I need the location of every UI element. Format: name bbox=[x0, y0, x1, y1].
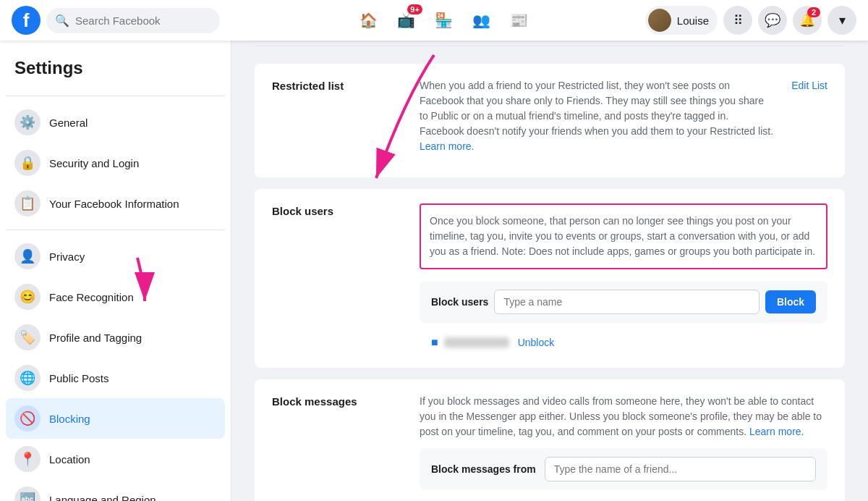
apps-btn[interactable]: ⠿ bbox=[723, 6, 752, 35]
block-users-row: Block users Once you block someone, that… bbox=[255, 189, 845, 368]
user-profile-pill[interactable]: Louise bbox=[645, 6, 718, 35]
block-user-button[interactable]: Block bbox=[765, 290, 816, 313]
block-messages-label: Block messages bbox=[272, 394, 402, 501]
settings-sidebar: Settings ⚙️ General 🔒 Security and Login… bbox=[0, 41, 231, 501]
block-messages-input[interactable] bbox=[545, 457, 816, 481]
block-users-content: Once you block someone, that person can … bbox=[420, 203, 827, 353]
sidebar-item-security[interactable]: 🔒 Security and Login bbox=[6, 143, 225, 183]
sidebar-divider-1 bbox=[6, 230, 225, 230]
sidebar-item-location[interactable]: 📍 Location bbox=[6, 439, 225, 479]
block-messages-desc: If you block messages and video calls fr… bbox=[420, 394, 827, 439]
sidebar-item-profile-tagging[interactable]: 🏷️ Profile and Tagging bbox=[6, 317, 225, 358]
notif-badge: 2 bbox=[807, 7, 820, 17]
block-users-input-row: Block users Block bbox=[420, 281, 827, 323]
restricted-list-section: Restricted list When you add a friend to… bbox=[255, 64, 845, 177]
sidebar-item-general[interactable]: ⚙️ General bbox=[6, 102, 225, 143]
home-nav-btn[interactable]: 🏠 bbox=[352, 3, 386, 38]
face-recognition-icon: 😊 bbox=[14, 284, 41, 310]
user-name: Louise bbox=[677, 14, 709, 27]
sidebar-label-public-posts: Public Posts bbox=[49, 372, 109, 384]
sidebar-item-privacy[interactable]: 👤 Privacy bbox=[6, 236, 225, 277]
block-messages-row: Block messages If you block messages and… bbox=[255, 379, 845, 501]
restricted-list-desc: When you add a friend to your Restricted… bbox=[420, 78, 774, 154]
unblock-link-1[interactable]: Unblock bbox=[518, 337, 555, 348]
block-messages-input-label: Block messages from bbox=[431, 463, 536, 475]
block-messages-section: Block messages If you block messages and… bbox=[255, 379, 845, 501]
search-input[interactable] bbox=[75, 14, 211, 27]
main-content: Manage Blocking Restricted list When you… bbox=[231, 0, 868, 501]
sidebar-label-profile-tagging: Profile and Tagging bbox=[49, 332, 142, 344]
sidebar-label-general: General bbox=[49, 117, 88, 129]
block-users-label: Block users bbox=[272, 203, 402, 353]
block-users-input[interactable] bbox=[494, 290, 760, 314]
block-messages-content: If you block messages and video calls fr… bbox=[420, 394, 827, 501]
sidebar-label-blocking: Blocking bbox=[49, 413, 90, 425]
profile-tagging-icon: 🏷️ bbox=[14, 324, 41, 350]
search-box[interactable]: 🔍 bbox=[46, 8, 220, 33]
restricted-list-row: Restricted list When you add a friend to… bbox=[255, 64, 845, 177]
more-btn[interactable]: ▾ bbox=[827, 6, 856, 35]
public-posts-icon: 🌐 bbox=[14, 365, 41, 391]
video-badge: 9+ bbox=[407, 4, 422, 14]
general-icon: ⚙️ bbox=[14, 109, 41, 135]
fb-info-icon: 📋 bbox=[14, 190, 41, 216]
restricted-learn-more-link[interactable]: Learn more. bbox=[420, 140, 474, 152]
avatar-image bbox=[648, 9, 671, 32]
messenger-btn[interactable]: 💬 bbox=[758, 6, 787, 35]
sidebar-item-public-posts[interactable]: 🌐 Public Posts bbox=[6, 358, 225, 398]
block-messages-learn-more-link[interactable]: Learn more. bbox=[749, 426, 804, 437]
location-icon: 📍 bbox=[14, 446, 41, 472]
avatar bbox=[648, 9, 671, 32]
page-title-divider bbox=[255, 46, 845, 46]
sidebar-label-language: Language and Region bbox=[49, 494, 156, 502]
edit-list-link[interactable]: Edit List bbox=[791, 78, 827, 163]
sidebar-item-blocking[interactable]: 🚫 Blocking bbox=[6, 398, 225, 439]
fb-logo-letter: f bbox=[23, 11, 30, 30]
news-nav-btn[interactable]: 📰 bbox=[502, 3, 537, 38]
sidebar-item-face-recognition[interactable]: 😊 Face Recognition bbox=[6, 277, 225, 317]
block-users-desc-highlighted: Once you block someone, that person can … bbox=[420, 203, 827, 269]
sidebar-title: Settings bbox=[6, 52, 225, 90]
notifications-btn[interactable]: 🔔 2 bbox=[793, 6, 822, 35]
top-navigation: f 🔍 🏠 📺 9+ 🏪 👥 📰 Louise ⠿ 💬 🔔 2 ▾ bbox=[0, 0, 868, 41]
blocked-username-1 bbox=[444, 337, 509, 348]
sidebar-label-face-recognition: Face Recognition bbox=[49, 291, 134, 303]
block-users-section: Block users Once you block someone, that… bbox=[255, 189, 845, 368]
block-users-input-label: Block users bbox=[431, 296, 488, 308]
blocked-user-item-1: ■ Unblock bbox=[420, 332, 827, 353]
privacy-icon: 👤 bbox=[14, 243, 41, 269]
restricted-list-label: Restricted list bbox=[272, 78, 402, 163]
sidebar-label-privacy: Privacy bbox=[49, 250, 85, 263]
bullet-icon-1: ■ bbox=[431, 336, 438, 349]
blocking-icon: 🚫 bbox=[14, 405, 41, 431]
nav-center: 🏠 📺 9+ 🏪 👥 📰 bbox=[243, 3, 645, 38]
sidebar-divider-top bbox=[6, 96, 225, 96]
video-nav-btn[interactable]: 📺 9+ bbox=[389, 3, 424, 38]
search-icon: 🔍 bbox=[55, 14, 69, 28]
nav-left: f 🔍 bbox=[12, 6, 243, 35]
language-icon: 🔤 bbox=[14, 487, 41, 501]
nav-right: Louise ⠿ 💬 🔔 2 ▾ bbox=[645, 6, 856, 35]
security-icon: 🔒 bbox=[14, 150, 41, 176]
facebook-logo[interactable]: f bbox=[12, 6, 41, 35]
restricted-list-content: When you add a friend to your Restricted… bbox=[420, 78, 774, 163]
sidebar-item-language[interactable]: 🔤 Language and Region bbox=[6, 479, 225, 501]
sidebar-label-location: Location bbox=[49, 453, 90, 466]
sidebar-label-fb-info: Your Facebook Information bbox=[49, 198, 179, 210]
groups-nav-btn[interactable]: 👥 bbox=[464, 3, 499, 38]
sidebar-label-security: Security and Login bbox=[49, 157, 139, 169]
block-messages-input-row: Block messages from bbox=[420, 448, 827, 490]
marketplace-nav-btn[interactable]: 🏪 bbox=[427, 3, 461, 38]
sidebar-item-facebook-info[interactable]: 📋 Your Facebook Information bbox=[6, 183, 225, 224]
